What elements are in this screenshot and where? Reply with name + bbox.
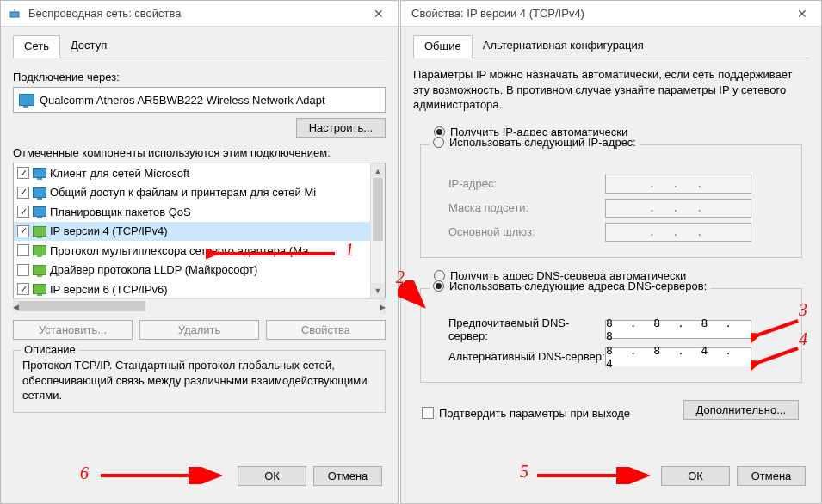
dns-manual-group: Использовать следующие адреса DNS-сервер… <box>420 288 802 383</box>
tab-network[interactable]: Сеть <box>13 35 60 58</box>
checkbox-icon[interactable] <box>17 244 29 256</box>
ip-description-para: Параметры IP можно назначать автоматичес… <box>413 67 809 113</box>
subnet-mask-input: . . . <box>605 199 751 218</box>
checkbox-icon[interactable] <box>17 264 29 276</box>
description-text: Протокол TCP/IP. Стандартный протокол гл… <box>22 358 376 403</box>
dns2-input[interactable]: 8 . 8 . 4 . 4 <box>605 347 751 366</box>
tabs-left: Сеть Доступ <box>13 35 386 58</box>
gateway-label: Основной шлюз: <box>433 225 605 238</box>
component-label: Планировщик пакетов QoS <box>50 206 191 218</box>
body-left: Сеть Доступ Подключение через: Qualcomm … <box>1 27 398 503</box>
validate-checkbox-row[interactable]: Подтвердить параметры при выходе <box>413 407 683 420</box>
gateway-input: . . . <box>605 223 751 242</box>
titlebar-left: Беспроводная сеть: свойства ✕ <box>1 1 398 27</box>
wireless-properties-window: Беспроводная сеть: свойства ✕ Сеть Досту… <box>0 0 399 504</box>
list-item[interactable]: Клиент для сетей Microsoft <box>14 163 370 183</box>
components-label: Отмеченные компоненты используются этим … <box>13 146 386 159</box>
dns1-input[interactable]: 8 . 8 . 8 . 8 <box>605 320 751 339</box>
radio-ip-manual[interactable]: Использовать следующий IP-адрес: <box>430 136 640 149</box>
checkbox-icon[interactable] <box>17 206 29 218</box>
component-label: Протокол мультиплексора сетевого адаптер… <box>50 244 308 257</box>
component-label: Драйвер протокола LLDP (Майкрософт) <box>50 263 257 276</box>
dns2-label: Альтернативный DNS-сервер: <box>433 350 605 363</box>
tab-general[interactable]: Общие <box>413 35 473 58</box>
scroll-thumb-h[interactable] <box>19 301 145 311</box>
list-item[interactable]: IP версии 4 (TCP/IPv4) <box>14 222 370 242</box>
configure-button[interactable]: Настроить... <box>296 118 386 138</box>
window-title: Беспроводная сеть: свойства <box>28 7 359 20</box>
close-button-right[interactable]: ✕ <box>782 1 821 27</box>
scroll-left-icon[interactable]: ◀ <box>13 299 19 314</box>
list-item[interactable]: Драйвер протокола LLDP (Майкрософт) <box>14 261 370 280</box>
cancel-button-right[interactable]: Отмена <box>737 466 806 486</box>
tab-sharing[interactable]: Доступ <box>60 35 117 58</box>
ok-button-right[interactable]: ОК <box>661 466 730 486</box>
checkbox-icon[interactable] <box>17 167 29 179</box>
scroll-right-icon[interactable]: ▶ <box>380 299 386 314</box>
nic-icon <box>19 94 34 106</box>
description-groupbox: Описание Протокол TCP/IP. Стандартный пр… <box>13 350 386 413</box>
component-label: IP версии 4 (TCP/IPv4) <box>50 224 168 237</box>
ip-address-label: IP-адрес: <box>433 177 605 190</box>
adapter-name: Qualcomm Atheros AR5BWB222 Wireless Netw… <box>40 94 325 107</box>
list-item[interactable]: IP версии 6 (TCP/IPv6) <box>14 280 370 298</box>
tab-alt-config[interactable]: Альтернативная конфигурация <box>473 35 654 58</box>
checkbox-icon[interactable] <box>17 225 29 237</box>
close-button-left[interactable]: ✕ <box>359 1 398 27</box>
ok-button-left[interactable]: ОК <box>238 466 306 486</box>
protocol-icon <box>33 206 46 217</box>
list-item[interactable]: Планировщик пакетов QoS <box>14 202 370 222</box>
ip-address-input: . . . <box>605 175 751 194</box>
window-title-right: Свойства: IP версии 4 (TCP/IPv4) <box>408 7 782 20</box>
list-item[interactable]: Протокол мультиплексора сетевого адаптер… <box>14 241 370 261</box>
protocol-icon <box>33 265 46 275</box>
component-label: Общий доступ к файлам и принтерам для се… <box>50 186 316 199</box>
scroll-down-icon[interactable]: ▼ <box>371 283 385 298</box>
checkbox-icon <box>422 407 434 419</box>
tabs-right: Общие Альтернативная конфигурация <box>413 35 809 58</box>
protocol-icon <box>33 226 46 237</box>
validate-label: Подтвердить параметры при выходе <box>439 407 630 420</box>
ip-manual-group: Использовать следующий IP-адрес: IP-адре… <box>420 144 802 258</box>
radio-dns-manual[interactable]: Использовать следующие адреса DNS-сервер… <box>430 280 710 292</box>
scrollbar-horizontal[interactable]: ◀ ▶ <box>13 298 386 313</box>
ipv4-properties-window: Свойства: IP версии 4 (TCP/IPv4) ✕ Общие… <box>400 0 822 504</box>
radio-dns-manual-label: Использовать следующие адреса DNS-сервер… <box>449 280 707 292</box>
dns1-label: Предпочитаемый DNS-сервер: <box>433 317 605 342</box>
install-button[interactable]: Установить... <box>13 320 133 340</box>
radio-icon <box>433 280 444 292</box>
scrollbar-vertical[interactable]: ▲ ▼ <box>370 163 385 298</box>
component-label: Клиент для сетей Microsoft <box>50 167 189 180</box>
protocol-icon <box>33 187 46 198</box>
advanced-button[interactable]: Дополнительно... <box>683 400 799 420</box>
cancel-button-left[interactable]: Отмена <box>313 466 382 486</box>
protocol-icon <box>33 284 46 294</box>
list-item[interactable]: Общий доступ к файлам и принтерам для се… <box>14 183 370 203</box>
checkbox-icon[interactable] <box>17 283 29 295</box>
components-listbox[interactable]: Клиент для сетей MicrosoftОбщий доступ к… <box>13 163 386 298</box>
protocol-icon <box>33 168 46 178</box>
adapter-box[interactable]: Qualcomm Atheros AR5BWB222 Wireless Netw… <box>13 87 386 113</box>
scroll-up-icon[interactable]: ▲ <box>371 163 385 178</box>
subnet-mask-label: Маска подсети: <box>433 201 605 214</box>
radio-ip-manual-label: Использовать следующий IP-адрес: <box>449 136 636 149</box>
body-right: Общие Альтернативная конфигурация Параме… <box>401 27 821 503</box>
svg-rect-0 <box>10 12 19 17</box>
properties-button[interactable]: Свойства <box>266 320 386 340</box>
uninstall-button[interactable]: Удалить <box>139 320 259 340</box>
checkbox-icon[interactable] <box>17 187 29 199</box>
scroll-thumb[interactable] <box>373 178 383 241</box>
description-title: Описание <box>21 343 79 356</box>
protocol-icon <box>33 245 46 255</box>
connect-using-label: Подключение через: <box>13 71 386 83</box>
network-icon <box>8 7 22 21</box>
titlebar-right: Свойства: IP версии 4 (TCP/IPv4) ✕ <box>401 1 821 27</box>
component-label: IP версии 6 (TCP/IPv6) <box>50 283 168 296</box>
radio-icon <box>433 137 444 148</box>
